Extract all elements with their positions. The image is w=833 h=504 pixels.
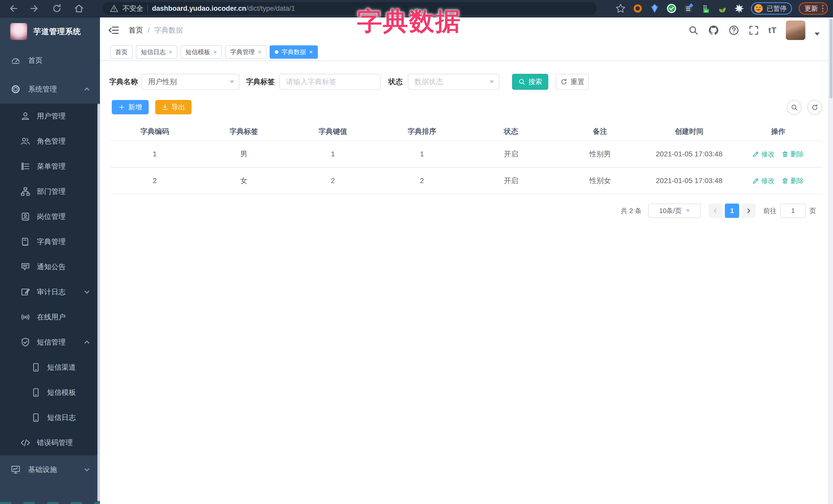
emoji-avatar-icon (753, 3, 764, 14)
dashboard-icon (11, 56, 21, 65)
goto-page-input[interactable] (780, 203, 806, 218)
delete-link[interactable]: 删除 (782, 176, 804, 185)
bookmark-star-icon[interactable] (615, 3, 626, 14)
status-select[interactable]: 数据状态 (408, 74, 499, 90)
search-button[interactable]: 搜索 (512, 74, 548, 90)
sidebar-item-menus[interactable]: 菜单管理 (0, 154, 100, 179)
edit-link[interactable]: 修改 (753, 176, 775, 185)
extension-green-check-icon[interactable] (666, 3, 677, 14)
extension-sliders-icon[interactable] (683, 3, 694, 14)
sidebar-item-dict[interactable]: 字典管理 (0, 229, 100, 254)
cell-status: 开启 (467, 176, 556, 186)
active-tab-dot (275, 50, 278, 54)
user-avatar[interactable] (786, 21, 805, 40)
col-header-dict-code: 字典编码 (110, 127, 199, 136)
main-area: 首页 / 字典数据 tT 首页 短信日志× 短信模板× 字典管理× 字典数据× … (100, 17, 828, 504)
sidebar-item-sms-template[interactable]: 短信模板 (0, 380, 100, 405)
col-header-actions: 操作 (734, 127, 823, 136)
col-header-status: 状态 (467, 127, 556, 136)
refresh-icon (560, 78, 568, 86)
scrollbar-thumb[interactable] (830, 19, 832, 98)
browser-home-icon[interactable] (74, 3, 84, 14)
next-page-button[interactable] (742, 203, 756, 218)
sidebar-item-sms-log[interactable]: 短信日志 (0, 405, 100, 430)
sidebar-scrollbar[interactable] (97, 103, 100, 501)
addressbar-divider (147, 5, 148, 12)
page-size-select[interactable]: 10条/页 (648, 203, 701, 218)
app-header: 首页 / 字典数据 tT (100, 17, 828, 44)
header-search-icon[interactable] (688, 25, 699, 35)
sidebar-item-infrastructure[interactable]: 基础设施 (0, 455, 100, 484)
app-logo[interactable]: 芋道管理系统 (0, 17, 100, 46)
extension-pinwheel-icon[interactable] (734, 3, 744, 14)
font-size-icon[interactable]: tT (768, 26, 777, 35)
svg-text:on: on (704, 9, 708, 13)
sidebar-item-departments[interactable]: 部门管理 (0, 179, 100, 204)
browser-update-button[interactable]: 更新 (799, 2, 828, 15)
sidebar-collapse-icon[interactable] (108, 25, 119, 36)
sidebar-item-error-codes[interactable]: 错误码管理 (0, 430, 100, 455)
delete-link[interactable]: 删除 (782, 150, 804, 159)
cell-dict-value: 2 (288, 177, 378, 185)
browser-back-icon[interactable] (8, 3, 18, 14)
github-icon[interactable] (708, 25, 719, 36)
tab-dict-manage[interactable]: 字典管理× (225, 45, 266, 59)
tab-dict-data[interactable]: 字典数据× (270, 45, 318, 59)
address-bar[interactable]: 不安全 dashboard.yudao.iocoder.cn/dict/type… (102, 2, 597, 15)
close-tab-icon[interactable]: × (213, 49, 217, 55)
sidebar-item-roles[interactable]: 角色管理 (0, 129, 100, 154)
sidebar-item-posts[interactable]: 岗位管理 (0, 204, 100, 229)
close-tab-icon[interactable]: × (169, 49, 172, 55)
breadcrumb-current: 字典数据 (154, 25, 183, 35)
toggle-search-button[interactable] (787, 100, 802, 115)
security-warning-label[interactable]: 不安全 (122, 4, 143, 13)
edit-link[interactable]: 修改 (753, 150, 775, 159)
sidebar-item-system[interactable]: 系统管理 (0, 75, 100, 103)
add-button[interactable]: 新增 (112, 100, 149, 114)
reset-button[interactable]: 重置 (556, 74, 589, 90)
tab-sms-template[interactable]: 短信模板× (181, 45, 222, 59)
refresh-table-button[interactable] (807, 100, 822, 115)
help-icon[interactable] (729, 25, 739, 35)
prev-page-button[interactable] (709, 203, 722, 218)
browser-menu-dots-icon[interactable] (822, 5, 824, 12)
refresh-icon (811, 104, 818, 111)
extension-on-badge-icon[interactable]: on (700, 3, 711, 14)
dict-name-select[interactable]: 用户性别 (142, 74, 239, 90)
sidebar-item-users[interactable]: 用户管理 (0, 103, 100, 129)
dict-label-input[interactable] (279, 74, 381, 90)
browser-forward-icon[interactable] (30, 3, 40, 14)
tab-sms-log[interactable]: 短信日志× (136, 45, 177, 59)
profile-paused-badge[interactable]: 已暂停 (751, 2, 792, 15)
chevron-down-icon (84, 289, 90, 295)
dict-name-label: 字典名称 (109, 77, 138, 87)
col-header-remark: 备注 (556, 127, 645, 136)
export-button[interactable]: 导出 (155, 100, 191, 114)
sidebar-item-sms[interactable]: 短信管理 (0, 330, 100, 355)
close-tab-icon[interactable]: × (258, 49, 261, 55)
phone-icon (31, 413, 41, 422)
tags-bar: 首页 短信日志× 短信模板× 字典管理× 字典数据× (100, 44, 828, 61)
tab-home[interactable]: 首页 (110, 45, 133, 59)
cell-created: 2021-01-05 17:03:48 (645, 177, 734, 185)
cell-actions: 修改 删除 (734, 150, 823, 159)
sidebar-item-online-users[interactable]: 在线用户 (0, 305, 100, 330)
sidebar-item-audit-log[interactable]: 审计日志 (0, 280, 100, 305)
fullscreen-icon[interactable] (748, 25, 759, 35)
trash-icon (782, 177, 788, 184)
sidebar-item-home[interactable]: 首页 (0, 46, 100, 75)
current-page-button[interactable]: 1 (725, 203, 739, 218)
extension-plant-icon[interactable] (717, 3, 728, 14)
url-path: /dict/type/data/1 (246, 5, 295, 12)
cell-remark: 性别女 (556, 176, 645, 186)
sidebar-item-sms-channel[interactable]: 短信渠道 (0, 355, 100, 380)
page-scrollbar[interactable] (828, 17, 833, 504)
extension-blue-gem-icon[interactable] (649, 3, 660, 14)
close-tab-icon[interactable]: × (309, 49, 313, 55)
browser-reload-icon[interactable] (52, 3, 62, 14)
avatar-caret-down-icon[interactable] (814, 32, 820, 35)
extension-orange-ring-icon[interactable] (633, 3, 643, 14)
insecure-warning-icon (110, 4, 118, 13)
breadcrumb-home[interactable]: 首页 (129, 25, 143, 35)
sidebar-item-announcements[interactable]: 通知公告 (0, 254, 100, 280)
